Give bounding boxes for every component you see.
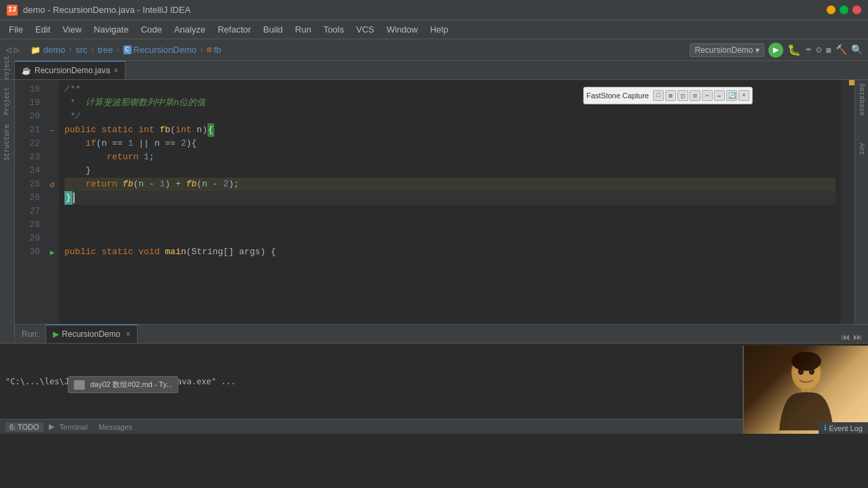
fs-btn-7[interactable]: 🔄 — [726, 90, 737, 101]
sidebar-project[interactable]: Project — [2, 83, 12, 119]
code-editor[interactable]: 18 19 20 21 22 23 24 25 26 27 28 29 30 — — [15, 80, 841, 324]
breadcrumb-demo-icon: 📁 — [31, 45, 41, 55]
scroll-marker-yellow — [849, 80, 854, 85]
right-sidebar: Database Ant — [854, 80, 868, 324]
debug-button[interactable]: 🐛 — [787, 43, 801, 57]
run-tab-label: RecursionDemo — [62, 329, 120, 339]
run-tab-icon: ▶ — [53, 329, 59, 339]
event-log-label: Event Log — [829, 424, 863, 432]
menu-view[interactable]: View — [57, 22, 87, 37]
terminal-button[interactable]: Terminal — [60, 423, 88, 431]
run-tab-close[interactable]: × — [125, 329, 130, 339]
maximize-button[interactable] — [840, 5, 848, 14]
tab-close-button[interactable]: × — [113, 66, 118, 75]
run-label: Run: — [15, 325, 46, 343]
fs-btn-6[interactable]: ✏ — [714, 90, 725, 101]
fold-icon-21[interactable]: — — [50, 127, 54, 134]
title-bar: IJ demo - RecursionDemo.java - IntelliJ … — [0, 0, 868, 20]
editor-tab-recursion[interactable]: ☕ RecursionDemo.java × — [15, 61, 125, 79]
right-scrollbar-area[interactable] — [841, 80, 854, 324]
status-bar: 6: TODO ▶ Terminal Messages — [0, 419, 868, 434]
nav-back-arrow[interactable]: ◁ — [5, 44, 11, 56]
sidebar-database[interactable]: Database — [856, 80, 867, 119]
fasstone-title: FastStone Capture — [587, 92, 649, 100]
menu-file[interactable]: File — [3, 22, 28, 37]
fs-btn-5[interactable]: ✂ — [702, 90, 713, 101]
gutter: — ↺ ▶ — [45, 80, 59, 324]
svg-point-2 — [791, 352, 821, 371]
close-button[interactable] — [852, 5, 861, 14]
breadcrumb-bar: ◁ ▷ 📁 demo › src › tree › C RecursionDem… — [0, 39, 868, 61]
bottom-skip-back[interactable]: ⏮ — [841, 332, 850, 343]
sidebar-structure[interactable]: Structure — [2, 121, 12, 164]
menu-vcs[interactable]: VCS — [351, 22, 380, 37]
code-line-25: return fb(n - 1) + fb(n - 2); — [64, 178, 835, 191]
bottom-panel: Run: ▶ RecursionDemo × ⏮ ⏭ "C:\...\les\J… — [0, 324, 868, 419]
line-numbers: 18 19 20 21 22 23 24 25 26 27 28 29 30 — [15, 80, 45, 324]
run-icon-status[interactable]: ▶ — [49, 422, 54, 431]
code-line-21: public static int fb(int n){ — [64, 123, 835, 137]
breadcrumb-demo[interactable]: demo — [43, 45, 66, 55]
minimize-button[interactable] — [827, 5, 835, 14]
search-everywhere-button[interactable]: 🔍 — [851, 44, 863, 56]
sep3: › — [115, 45, 120, 55]
webcam-overlay: ℹ Event Log — [743, 346, 868, 434]
coverage-button[interactable]: ☂ — [805, 43, 812, 57]
code-line-24: } — [64, 164, 835, 178]
tooltip-file-icon — [74, 380, 85, 390]
menu-refactor[interactable]: Refactor — [212, 22, 256, 37]
fs-btn-1[interactable]: □ — [653, 90, 664, 101]
fasstone-panel: FastStone Capture □ ⊞ ◫ ⊟ ✂ ✏ 🔄 × — [583, 87, 753, 104]
todo-button[interactable]: 6: TODO — [5, 422, 43, 432]
menu-window[interactable]: Window — [381, 22, 423, 37]
editor-tab-bar: Project ☕ RecursionDemo.java × — [0, 61, 868, 80]
event-log-icon: ℹ — [824, 424, 827, 432]
editor-container: Project Structure 18 19 20 21 22 23 24 2… — [0, 80, 868, 324]
profile-button[interactable]: ⚙ — [816, 44, 821, 56]
menu-build[interactable]: Build — [258, 22, 288, 37]
bottom-tab-bar: Run: ▶ RecursionDemo × ⏮ ⏭ — [0, 325, 868, 344]
code-line-22: if(n == 1 || n == 2){ — [64, 137, 835, 150]
event-log-badge[interactable]: ℹ Event Log — [818, 422, 868, 434]
fs-btn-3[interactable]: ◫ — [677, 90, 688, 101]
bottom-sidebar-spacer — [0, 324, 15, 343]
window-controls[interactable] — [827, 5, 861, 14]
nav-forward-arrow[interactable]: ▷ — [14, 44, 19, 56]
menu-run[interactable]: Run — [290, 22, 317, 37]
messages-button[interactable]: Messages — [98, 423, 132, 431]
menu-help[interactable]: Help — [425, 22, 454, 37]
code-text-area[interactable]: /** * 计算斐波那锲数列中第n位的值 */ public static in… — [59, 80, 841, 324]
stop-button[interactable]: ◼ — [826, 44, 831, 56]
fs-btn-2[interactable]: ⊞ — [665, 90, 676, 101]
breadcrumb-tree[interactable]: tree — [98, 45, 113, 55]
tooltip-text: day02 数组#02.md - Ty... — [90, 380, 172, 390]
build-button[interactable]: 🔨 — [835, 44, 847, 56]
menu-tools[interactable]: Tools — [318, 22, 349, 37]
breadcrumb-method[interactable]: fb — [214, 45, 221, 55]
run-static-label: Run: — [22, 329, 39, 339]
sidebar-ant[interactable]: Ant — [856, 140, 867, 159]
bottom-controls: ⏮ ⏭ — [835, 332, 868, 343]
window-title: demo - RecursionDemo.java - IntelliJ IDE… — [23, 5, 191, 15]
code-line-26: } — [64, 191, 835, 205]
menu-bar: File Edit View Navigate Code Analyze Ref… — [0, 20, 868, 39]
webcam-feed — [744, 346, 868, 434]
run-tab-recursion[interactable]: ▶ RecursionDemo × — [46, 325, 138, 343]
menu-code[interactable]: Code — [136, 22, 167, 37]
menu-analyze[interactable]: Analyze — [169, 22, 211, 37]
sep4: › — [199, 45, 204, 55]
tab-filename: RecursionDemo.java — [35, 66, 110, 75]
menu-navigate[interactable]: Navigate — [88, 22, 134, 37]
breadcrumb-src[interactable]: src — [75, 45, 87, 55]
run-config-selector[interactable]: RecursionDemo ▾ — [690, 43, 764, 57]
menu-edit[interactable]: Edit — [30, 22, 56, 37]
tooltip-popup: day02 数组#02.md - Ty... — [68, 376, 178, 393]
fs-btn-4[interactable]: ⊟ — [690, 90, 701, 101]
debug-marker-25[interactable]: ↺ — [50, 179, 55, 190]
run-marker-30[interactable]: ▶ — [50, 248, 55, 257]
run-button[interactable]: ▶ — [768, 43, 783, 58]
bottom-skip-forward[interactable]: ⏭ — [853, 332, 863, 343]
fs-close[interactable]: × — [738, 90, 749, 101]
breadcrumb-class[interactable]: RecursionDemo — [134, 45, 197, 55]
tab-java-icon: ☕ — [22, 66, 31, 75]
